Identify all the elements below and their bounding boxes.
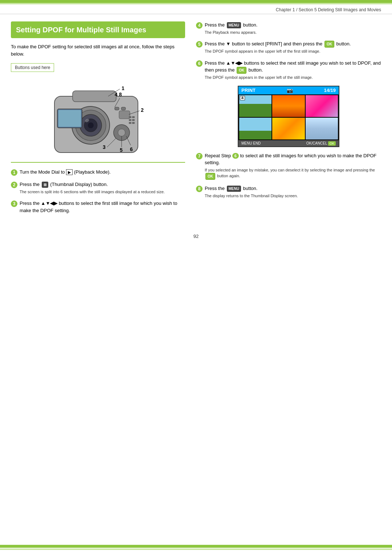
thumbnail-btn-badge: ⊞ xyxy=(42,182,48,188)
ok-btn-badge-5: OK xyxy=(324,41,334,48)
page-content: Setting DPOF for Multiple Still Images T… xyxy=(0,14,392,230)
top-bar-green xyxy=(0,0,392,3)
buttons-used-box: Buttons used here xyxy=(11,63,54,72)
svg-rect-16 xyxy=(132,116,135,118)
svg-rect-1 xyxy=(73,91,116,102)
svg-rect-10 xyxy=(119,111,130,119)
lcd-footer-right: OK/CANCEL OK xyxy=(306,141,336,145)
step-1: 1 Turn the Mode Dial to ▶ (Playback Mode… xyxy=(11,169,185,176)
step-7-subtext: If you selected an image by mistake, you… xyxy=(205,167,381,180)
step-4-content: Press the MENU button. The Playback menu… xyxy=(205,21,257,35)
lcd-ok-btn: OK xyxy=(328,141,336,146)
step-8: 8 Press the MENU button. The display ret… xyxy=(196,185,381,199)
lcd-cell-6 xyxy=(306,118,338,139)
right-column: 4 Press the MENU button. The Playback me… xyxy=(196,21,381,219)
camera-svg: 1 2 3 4 8 5 6 xyxy=(44,76,152,156)
lcd-cell-4 xyxy=(239,118,271,139)
print-mark-1: 🖶 xyxy=(240,96,245,100)
step-4-num: 4 xyxy=(196,22,203,29)
page-num-text: 92 xyxy=(193,234,199,239)
lcd-display: PRINT 📷 14/19 🖶 MENU END OK/CANCEL OK xyxy=(238,86,339,147)
svg-text:6: 6 xyxy=(130,146,133,152)
step-2-subtext: The screen is split into 6 sections with… xyxy=(20,189,165,195)
ok-btn-badge-6: OK xyxy=(237,67,246,74)
svg-rect-9 xyxy=(58,110,81,127)
lcd-grid: 🖶 xyxy=(238,94,339,140)
step-6-content: Press the ▲▼◀▶ buttons to select the nex… xyxy=(205,60,381,81)
step-6-num: 6 xyxy=(196,60,203,67)
step-3-content: Press the ▲▼◀▶ buttons to select the fir… xyxy=(20,200,185,214)
svg-rect-19 xyxy=(129,122,131,124)
section-title: Setting DPOF for Multiple Still Images xyxy=(11,21,185,38)
step-7-num: 7 xyxy=(196,153,203,159)
step-6-subtext: The DPOF symbol appears in the upper lef… xyxy=(205,74,381,81)
svg-text:5: 5 xyxy=(120,147,123,153)
camera-diagram: 1 2 3 4 8 5 6 xyxy=(44,76,152,156)
intro-text: To make the DPOF setting for selected st… xyxy=(11,43,185,57)
bottom-bar-green xyxy=(0,545,392,548)
step-8-content: Press the MENU button. The display retur… xyxy=(205,185,298,199)
step-1-num: 1 xyxy=(11,169,17,176)
step-5-content: Press the ▼ button to select [PRINT] and… xyxy=(205,40,351,54)
menu-btn-badge-8: MENU xyxy=(227,186,241,192)
step-3-num: 3 xyxy=(11,200,17,207)
step-1-content: Turn the Mode Dial to ▶ (Playback Mode). xyxy=(20,169,111,176)
lcd-header: PRINT 📷 14/19 xyxy=(238,86,339,94)
step-6: 6 Press the ▲▼◀▶ buttons to select the n… xyxy=(196,60,381,81)
step-5: 5 Press the ▼ button to select [PRINT] a… xyxy=(196,40,381,54)
svg-rect-15 xyxy=(129,116,131,118)
buttons-used-label: Buttons used here xyxy=(15,65,50,70)
svg-text:1: 1 xyxy=(122,85,124,91)
lcd-counter: 14/19 xyxy=(324,88,336,93)
lcd-camera-icon: 📷 xyxy=(287,88,293,93)
lcd-footer-right-text: OK/CANCEL xyxy=(306,141,327,145)
svg-point-12 xyxy=(118,129,125,136)
svg-rect-17 xyxy=(129,119,131,121)
step-4: 4 Press the MENU button. The Playback me… xyxy=(196,21,381,35)
svg-rect-14 xyxy=(121,107,126,110)
svg-text:4  8: 4 8 xyxy=(115,92,122,97)
top-bar-light xyxy=(0,3,392,4)
step-8-subtext: The display returns to the Thumbnail Dis… xyxy=(205,193,298,199)
page-number: 92 xyxy=(0,230,392,254)
svg-rect-13 xyxy=(115,107,119,110)
svg-rect-20 xyxy=(132,122,135,124)
step-4-subtext: The Playback menu appears. xyxy=(205,29,257,36)
divider xyxy=(11,162,185,163)
step-3: 3 Press the ▲▼◀▶ buttons to select the f… xyxy=(11,200,185,214)
step-2: 2 Press the ⊞ (Thumbnail Display) button… xyxy=(11,181,185,195)
section-title-text: Setting DPOF for Multiple Still Images xyxy=(16,26,146,34)
step-2-content: Press the ⊞ (Thumbnail Display) button. … xyxy=(20,181,165,195)
ok-btn-badge-7: OK xyxy=(205,173,215,180)
bottom-bar-light xyxy=(0,548,392,550)
step-5-num: 5 xyxy=(196,41,203,48)
lcd-cell-3 xyxy=(306,95,338,117)
step-5-subtext: The DPOF symbol appears in the upper lef… xyxy=(205,48,351,54)
lcd-cell-5 xyxy=(272,118,305,139)
chapter-header-text: Chapter 1 / Section 5 Deleting Still Ima… xyxy=(276,7,381,12)
lcd-cell-2 xyxy=(272,95,305,117)
lcd-cell-1: 🖶 xyxy=(239,95,271,117)
step-2-num: 2 xyxy=(11,182,17,188)
svg-text:2: 2 xyxy=(141,107,144,113)
lcd-print-label: PRINT xyxy=(241,88,256,93)
step-7-content: Repeat Step 6 to select all the still im… xyxy=(205,152,381,180)
lcd-footer: MENU END OK/CANCEL OK xyxy=(238,140,339,146)
lcd-footer-left: MENU END xyxy=(241,141,261,145)
step-7-ref: 6 xyxy=(232,153,239,159)
chapter-header: Chapter 1 / Section 5 Deleting Still Ima… xyxy=(0,5,392,14)
step-8-num: 8 xyxy=(196,186,203,192)
svg-text:3: 3 xyxy=(103,144,106,150)
svg-point-6 xyxy=(88,122,94,128)
menu-btn-badge-4: MENU xyxy=(227,22,241,28)
svg-rect-18 xyxy=(132,119,135,121)
step-7: 7 Repeat Step 6 to select all the still … xyxy=(196,152,381,180)
left-column: Setting DPOF for Multiple Still Images T… xyxy=(11,21,185,219)
